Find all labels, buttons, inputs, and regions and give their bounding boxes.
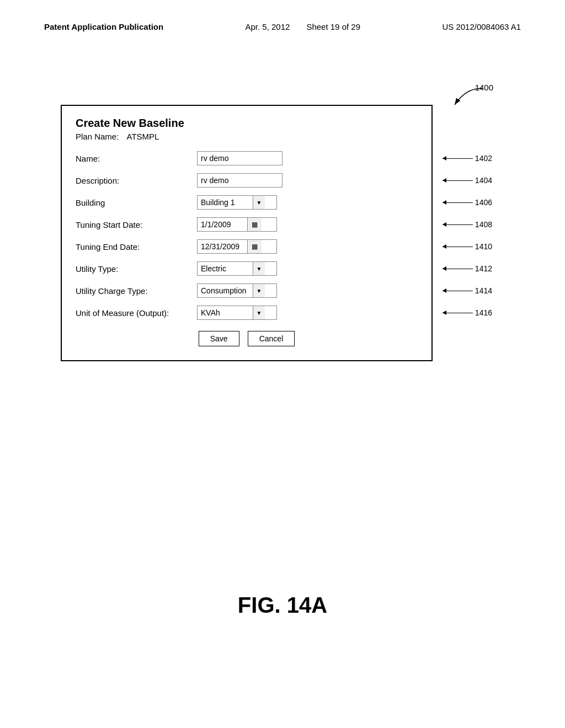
description-input[interactable] xyxy=(197,173,282,188)
end-date-calendar-icon[interactable]: ▦ xyxy=(247,240,262,253)
utility-type-arrow[interactable]: ▼ xyxy=(253,262,265,275)
unit-measure-arrow[interactable]: ▼ xyxy=(253,306,265,319)
utility-type-dropdown[interactable]: Electric ▼ xyxy=(197,261,277,276)
name-field-row: Name: 1402 xyxy=(76,151,418,165)
utility-charge-dropdown[interactable]: Consumption ▼ xyxy=(197,283,277,298)
ref-1410: 1410 xyxy=(475,242,492,251)
start-date-label: Tuning Start Date: xyxy=(76,220,197,229)
cancel-button[interactable]: Cancel xyxy=(248,331,295,346)
dialog-title: Create New Baseline xyxy=(76,117,418,130)
unit-measure-dropdown[interactable]: KVAh ▼ xyxy=(197,306,277,320)
create-baseline-dialog: Create New Baseline Plan Name: ATSMPL Na… xyxy=(61,105,433,361)
publication-label: Patent Application Publication xyxy=(44,22,163,31)
description-label: Description: xyxy=(76,176,197,185)
ref-1402: 1402 xyxy=(475,154,492,163)
building-dropdown-arrow[interactable]: ▼ xyxy=(253,196,265,209)
end-date-value: 12/31/2009 xyxy=(198,240,247,253)
start-date-calendar-icon[interactable]: ▦ xyxy=(247,218,262,231)
sheet-number: Sheet 19 of 29 xyxy=(306,22,360,31)
end-date-field-row: Tuning End Date: 12/31/2009 ▦ 1410 xyxy=(76,239,418,254)
building-dropdown[interactable]: Building 1 ▼ xyxy=(197,195,277,210)
plan-name-value: ATSMPL xyxy=(127,132,159,141)
building-value: Building 1 xyxy=(198,196,253,208)
utility-type-value: Electric xyxy=(198,263,253,275)
page-header: Patent Application Publication Apr. 5, 2… xyxy=(0,22,565,31)
utility-type-field-row: Utility Type: Electric ▼ 1412 xyxy=(76,261,418,276)
utility-charge-label: Utility Charge Type: xyxy=(76,286,197,296)
start-date-field-row: Tuning Start Date: 1/1/2009 ▦ 1408 xyxy=(76,217,418,232)
ref-1408: 1408 xyxy=(475,220,492,229)
unit-measure-value: KVAh xyxy=(198,307,253,319)
end-date-label: Tuning End Date: xyxy=(76,242,197,251)
plan-name-label: Plan Name: xyxy=(76,132,119,141)
unit-measure-field-row: Unit of Measure (Output): KVAh ▼ 1416 xyxy=(76,306,418,320)
utility-charge-arrow[interactable]: ▼ xyxy=(253,284,265,297)
end-date-input[interactable]: 12/31/2009 ▦ xyxy=(197,239,277,254)
name-label: Name: xyxy=(76,154,197,163)
utility-charge-field-row: Utility Charge Type: Consumption ▼ 1414 xyxy=(76,283,418,298)
unit-measure-label: Unit of Measure (Output): xyxy=(76,308,197,318)
utility-type-label: Utility Type: xyxy=(76,264,197,274)
figure-caption: FIG. 14A xyxy=(0,593,565,618)
description-field-row: Description: 1404 xyxy=(76,173,418,188)
name-input[interactable] xyxy=(197,151,282,165)
save-button[interactable]: Save xyxy=(199,331,239,346)
ref-1414: 1414 xyxy=(475,286,492,295)
start-date-value: 1/1/2009 xyxy=(198,218,247,231)
building-field-row: Building Building 1 ▼ 1406 xyxy=(76,195,418,210)
utility-charge-value: Consumption xyxy=(198,285,253,297)
ref-1412: 1412 xyxy=(475,264,492,273)
header-center: Apr. 5, 2012 Sheet 19 of 29 xyxy=(246,22,361,31)
start-date-input[interactable]: 1/1/2009 ▦ xyxy=(197,217,277,232)
building-label: Building xyxy=(76,198,197,207)
ref-1404: 1404 xyxy=(475,176,492,185)
plan-name-row: Plan Name: ATSMPL xyxy=(76,132,418,141)
ref-1406: 1406 xyxy=(475,198,492,207)
publication-date: Apr. 5, 2012 xyxy=(246,22,290,31)
button-row: Save Cancel xyxy=(76,331,418,346)
ref-1416: 1416 xyxy=(475,308,492,317)
patent-number: US 2012/0084063 A1 xyxy=(442,22,521,31)
